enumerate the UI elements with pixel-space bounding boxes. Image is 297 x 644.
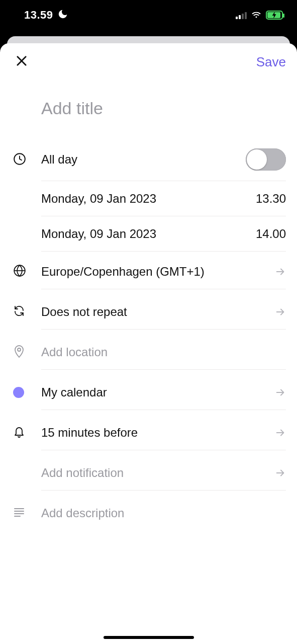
all-day-label: All day (41, 152, 77, 167)
arrow-right-icon (270, 427, 286, 438)
add-notification-row[interactable]: Add notification (0, 453, 297, 493)
timezone-label: Europe/Copenhagen (GMT+1) (41, 265, 205, 279)
add-notification-label: Add notification (41, 466, 124, 480)
globe-icon (13, 264, 26, 279)
start-date-label: Monday, 09 Jan 2023 (41, 192, 156, 206)
battery-icon (266, 11, 283, 20)
repeat-icon (13, 305, 25, 319)
home-indicator (104, 636, 194, 639)
status-bar: 13.59 (0, 0, 297, 30)
title-input[interactable] (41, 99, 286, 118)
title-area (0, 75, 297, 138)
signal-icon (236, 11, 247, 19)
bell-icon (13, 425, 25, 440)
timezone-row[interactable]: Europe/Copenhagen (GMT+1) (0, 252, 297, 292)
notification-label: 15 minutes before (41, 426, 138, 440)
status-time: 13.59 (24, 9, 53, 22)
description-placeholder: Add description (41, 506, 124, 520)
location-row[interactable]: Add location (0, 332, 297, 372)
repeat-label: Does not repeat (41, 305, 127, 319)
moon-icon (57, 9, 68, 22)
arrow-right-icon (270, 266, 286, 277)
clock-icon (13, 152, 26, 168)
end-date-label: Monday, 09 Jan 2023 (41, 227, 156, 241)
save-button[interactable]: Save (256, 54, 286, 70)
wifi-icon (251, 9, 262, 21)
end-time-label: 14.00 (256, 227, 286, 241)
start-datetime-row[interactable]: Monday, 09 Jan 2023 13.30 (0, 181, 297, 216)
calendar-row[interactable]: My calendar (0, 372, 297, 413)
svg-point-7 (18, 348, 21, 351)
arrow-right-icon (270, 306, 286, 317)
description-row[interactable]: Add description (0, 493, 297, 533)
all-day-row: All day (0, 138, 297, 181)
notification-row[interactable]: 15 minutes before (0, 413, 297, 453)
all-day-toggle[interactable] (246, 148, 286, 171)
close-button[interactable] (13, 53, 30, 70)
description-icon (13, 507, 25, 519)
repeat-row[interactable]: Does not repeat (0, 292, 297, 332)
event-create-sheet: Save All day Monday, 09 Jan 2023 (0, 43, 297, 644)
calendar-color-dot (13, 387, 24, 398)
location-pin-icon (13, 344, 25, 360)
end-datetime-row[interactable]: Monday, 09 Jan 2023 14.00 (0, 216, 297, 252)
calendar-label: My calendar (41, 385, 107, 399)
sheet-header: Save (0, 43, 297, 75)
svg-point-0 (256, 16, 257, 18)
close-icon (15, 54, 29, 70)
arrow-right-icon (270, 467, 286, 478)
arrow-right-icon (270, 387, 286, 398)
location-placeholder: Add location (41, 345, 108, 359)
start-time-label: 13.30 (256, 192, 286, 206)
